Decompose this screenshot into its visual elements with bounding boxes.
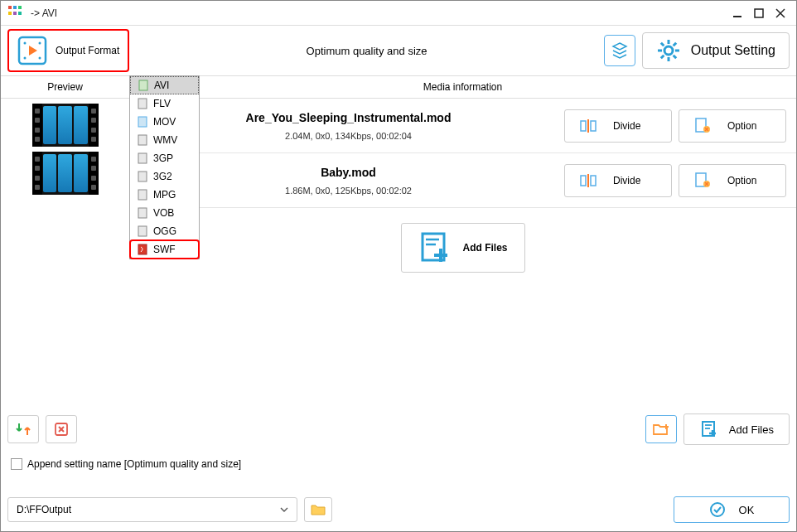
add-files-label: Add Files [462, 242, 507, 254]
maximize-button[interactable] [750, 4, 768, 22]
output-path-combo[interactable]: D:\FFOutput [7, 497, 297, 522]
format-item-avi[interactable]: AVI [130, 76, 199, 94]
output-path-text: D:\FFOutput [17, 504, 71, 515]
file-icon [137, 244, 148, 255]
svg-line-21 [673, 56, 676, 59]
svg-rect-24 [139, 80, 147, 90]
merge-button[interactable] [7, 415, 39, 443]
svg-rect-27 [138, 135, 147, 145]
format-item-mov[interactable]: MOV [130, 113, 199, 131]
check-circle-icon [709, 501, 726, 518]
svg-rect-35 [591, 121, 596, 131]
divide-button[interactable]: Divide [564, 164, 672, 197]
svg-rect-0 [8, 6, 12, 9]
layers-icon [611, 41, 629, 60]
format-item-mpg[interactable]: MPG [130, 186, 199, 204]
divide-icon [580, 172, 598, 190]
format-item-wmv[interactable]: WMV [130, 131, 199, 149]
file-icon [137, 116, 148, 128]
minimize-button[interactable] [728, 4, 746, 22]
svg-rect-32 [138, 226, 147, 236]
svg-rect-34 [581, 121, 586, 131]
close-button[interactable] [771, 4, 790, 22]
output-setting-button[interactable]: Output Setting [642, 32, 790, 69]
file-row[interactable]: Are_You_Sleeping_Instrumental.mod 2.04M,… [129, 99, 796, 153]
delete-button[interactable] [46, 415, 77, 443]
output-format-label: Output Format [56, 45, 119, 56]
file-icon [137, 189, 148, 201]
svg-point-13 [39, 42, 41, 45]
svg-rect-1 [13, 6, 17, 9]
file-meta: 1.86M, 0x0, 125Kbps, 00:02:02 [139, 186, 558, 196]
svg-rect-4 [13, 12, 17, 15]
ok-label: OK [739, 504, 755, 516]
add-files-button-main[interactable]: Add Files [401, 223, 525, 273]
media-info-header: Media information [129, 75, 796, 99]
preview-thumbnail[interactable] [32, 152, 99, 195]
svg-rect-25 [138, 99, 147, 109]
ok-button[interactable]: OK [674, 496, 790, 523]
divide-label: Divide [613, 120, 640, 132]
browse-folder-button[interactable] [304, 497, 332, 522]
svg-rect-39 [581, 176, 586, 186]
format-item-vob[interactable]: VOB [130, 204, 199, 222]
bottom-toolbar-1: Add Files [7, 414, 790, 445]
divide-button[interactable]: Divide [564, 109, 672, 143]
format-item-flv[interactable]: FLV [130, 94, 199, 113]
svg-rect-28 [138, 153, 147, 163]
option-button[interactable]: Option [679, 109, 786, 143]
option-icon [694, 172, 712, 190]
divide-icon [580, 117, 598, 135]
svg-point-11 [24, 42, 27, 45]
output-setting-label: Output Setting [691, 43, 775, 58]
svg-point-15 [664, 46, 673, 55]
file-icon [137, 225, 148, 237]
format-dropdown[interactable]: AVI FLV MOV WMV 3GP 3G2 MPG VOB OGG SWF [129, 75, 200, 259]
svg-rect-40 [591, 176, 596, 186]
append-checkbox[interactable] [11, 458, 22, 470]
bottom-toolbar-2: D:\FFOutput OK [7, 496, 790, 523]
merge-icon [15, 421, 31, 438]
file-icon [137, 207, 148, 219]
option-button[interactable]: Option [679, 164, 786, 197]
svg-rect-3 [8, 12, 12, 15]
svg-rect-5 [18, 12, 22, 15]
preview-column: Preview [1, 75, 129, 273]
format-item-swf[interactable]: SWF [130, 240, 199, 259]
file-icon [137, 98, 148, 109]
layers-button[interactable] [604, 35, 635, 66]
window-controls [728, 4, 790, 22]
format-item-3gp[interactable]: 3GP [130, 149, 199, 167]
svg-line-20 [661, 43, 664, 46]
folder-icon [310, 503, 326, 516]
toolbar: Output Format Optimum quality and size O… [1, 26, 796, 75]
main-area: Preview AVI FLV MOV WMV 3GP 3G2 MPG VOB … [1, 75, 796, 273]
file-info: Are_You_Sleeping_Instrumental.mod 2.04M,… [139, 111, 558, 141]
svg-rect-29 [138, 172, 147, 181]
svg-point-12 [24, 57, 27, 60]
svg-line-22 [673, 43, 676, 46]
file-row[interactable]: Baby.mod 1.86M, 0x0, 125Kbps, 00:02:02 D… [129, 153, 796, 208]
gear-icon [656, 38, 681, 63]
append-setting-row: Append setting name [Optimum quality and… [11, 458, 241, 470]
format-item-ogg[interactable]: OGG [130, 222, 199, 240]
add-file-icon [418, 230, 452, 265]
add-folder-button[interactable] [645, 415, 677, 443]
divide-label: Divide [613, 175, 640, 186]
svg-rect-2 [18, 6, 22, 9]
file-icon [137, 134, 148, 146]
svg-rect-31 [138, 208, 147, 218]
preview-thumbnail[interactable] [32, 104, 99, 147]
output-format-button[interactable]: Output Format [7, 29, 129, 72]
add-files-button-bottom[interactable]: Add Files [683, 414, 790, 445]
play-icon [17, 36, 47, 65]
file-icon [137, 171, 148, 182]
option-label: Option [727, 175, 756, 186]
titlebar: -> AVI [1, 1, 796, 26]
format-item-3g2[interactable]: 3G2 [130, 167, 199, 186]
svg-rect-26 [138, 117, 147, 127]
file-icon [137, 152, 148, 164]
folder-add-icon [652, 421, 670, 438]
file-info: Baby.mod 1.86M, 0x0, 125Kbps, 00:02:02 [139, 166, 558, 196]
svg-point-59 [711, 503, 724, 516]
